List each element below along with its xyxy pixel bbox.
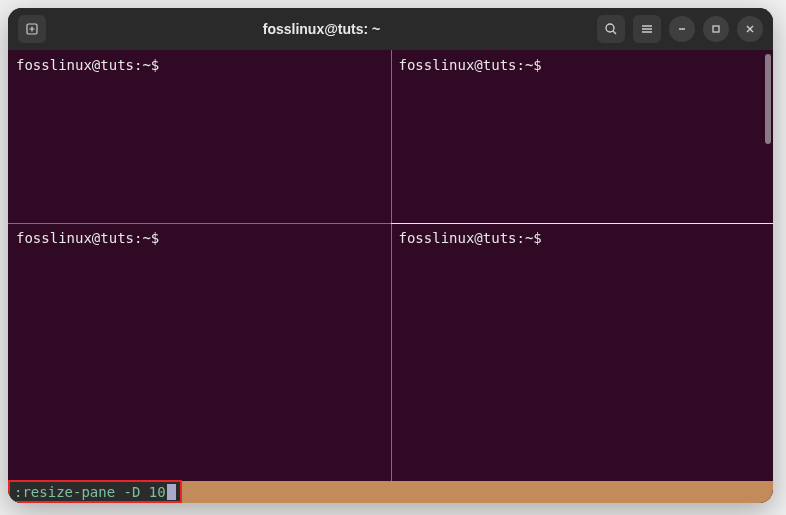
- shell-prompt: fosslinux@tuts:~$: [16, 57, 159, 73]
- close-icon: [745, 24, 755, 34]
- shell-prompt: fosslinux@tuts:~$: [399, 230, 542, 246]
- search-icon: [604, 22, 618, 36]
- svg-point-3: [606, 24, 614, 32]
- tmux-pane-top-left[interactable]: fosslinux@tuts:~$: [8, 50, 391, 223]
- titlebar-right-group: [597, 15, 763, 43]
- minimize-icon: [677, 24, 687, 34]
- minimize-button[interactable]: [669, 16, 695, 42]
- tmux-pane-bottom-right[interactable]: fosslinux@tuts:~$: [391, 223, 774, 481]
- search-button[interactable]: [597, 15, 625, 43]
- tmux-status-bar: :resize-pane -D 10: [8, 481, 773, 503]
- command-text: :resize-pane -D 10: [14, 484, 166, 500]
- plus-icon: [25, 22, 39, 36]
- pane-divider-vertical[interactable]: [391, 50, 392, 481]
- svg-line-4: [613, 31, 616, 34]
- shell-prompt: fosslinux@tuts:~$: [16, 230, 159, 246]
- tmux-pane-top-right[interactable]: fosslinux@tuts:~$: [391, 50, 774, 223]
- terminal-window: fosslinux@tuts: ~ fosslinux@tuts:~$: [8, 8, 773, 503]
- titlebar-left-group: [18, 15, 46, 43]
- tmux-command-prompt[interactable]: :resize-pane -D 10: [8, 480, 182, 503]
- svg-rect-9: [713, 26, 719, 32]
- tmux-pane-bottom-left[interactable]: fosslinux@tuts:~$: [8, 223, 391, 481]
- maximize-button[interactable]: [703, 16, 729, 42]
- pane-divider-horizontal-right[interactable]: [391, 223, 774, 224]
- close-button[interactable]: [737, 16, 763, 42]
- shell-prompt: fosslinux@tuts:~$: [399, 57, 542, 73]
- maximize-icon: [711, 24, 721, 34]
- new-tab-button[interactable]: [18, 15, 46, 43]
- hamburger-icon: [640, 22, 654, 36]
- tmux-panes-grid: fosslinux@tuts:~$ fosslinux@tuts:~$ foss…: [8, 50, 773, 481]
- window-title: fosslinux@tuts: ~: [54, 21, 589, 37]
- pane-divider-horizontal-left[interactable]: [8, 223, 391, 224]
- text-cursor: [167, 484, 176, 500]
- terminal-body: fosslinux@tuts:~$ fosslinux@tuts:~$ foss…: [8, 50, 773, 503]
- menu-button[interactable]: [633, 15, 661, 43]
- scrollbar[interactable]: [763, 50, 773, 481]
- titlebar: fosslinux@tuts: ~: [8, 8, 773, 50]
- scrollbar-thumb[interactable]: [765, 54, 771, 144]
